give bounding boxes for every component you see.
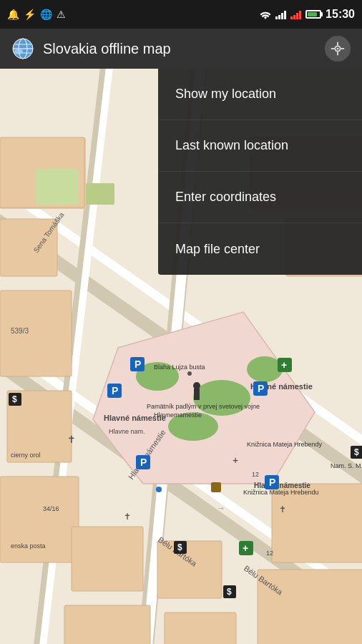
map-file-center-item[interactable]: Map file center [158,223,362,275]
svg-rect-37 [258,570,362,644]
map-area[interactable]: Sena Tomáška 539/3 Hlavné námestie Hlavn… [0,69,362,644]
svg-text:Blaha Lujza busta: Blaha Lujza busta [154,364,205,371]
svg-text:cierny orol: cierny orol [11,452,41,459]
svg-text:$: $ [354,447,359,457]
svg-rect-39 [157,541,222,598]
svg-rect-41 [165,613,236,644]
app-title: Slovakia offline map [43,41,171,57]
battery-icon [305,10,321,19]
svg-text:Hlavnemamestie: Hlavnemamestie [154,411,202,419]
svg-text:Nam. S. M. Do...: Nam. S. M. Do... [331,462,362,469]
clock: 15:30 [326,8,355,21]
svg-point-7 [337,48,339,50]
svg-text:539/3: 539/3 [11,327,29,335]
svg-rect-28 [86,183,114,205]
svg-text:enska posta: enska posta [11,542,46,550]
svg-text:12: 12 [252,471,259,478]
last-known-location-label: Last known location [175,138,288,153]
svg-text:✝: ✝ [279,504,286,514]
enter-coordinates-label: Enter coordinates [175,190,276,205]
svg-text:12: 12 [266,550,273,557]
svg-text:34/16: 34/16 [43,505,59,512]
app-bar: Slovakia offline map [0,29,362,69]
warning-icon: ⚠ [57,9,66,20]
svg-text:+: + [233,454,238,466]
svg-text:Knižnica Mateja Hrebendu: Knižnica Mateja Hrebendu [243,489,319,496]
svg-text:$: $ [227,587,232,597]
svg-text:$: $ [12,394,17,404]
svg-text:Knižnica Mateja Hrebendy: Knižnica Mateja Hrebendy [247,441,323,448]
notification-icon: 🔔 [7,9,19,20]
svg-text:→: → [217,503,225,513]
svg-text:P: P [269,477,275,488]
location-crosshair-icon [330,41,346,57]
map-file-center-label: Map file center [175,242,260,257]
svg-text:+: + [243,542,248,554]
show-my-location-label: Show my location [175,87,276,102]
svg-text:P: P [140,457,147,468]
svg-point-5 [14,49,23,54]
svg-text:$: $ [177,542,182,552]
signal-strength-icon [275,9,286,19]
svg-rect-85 [211,482,221,492]
svg-text:Hlavne nam.: Hlavne nam. [109,428,145,435]
svg-text:+: + [281,359,287,371]
svg-text:✝: ✝ [124,512,131,522]
svg-text:✝: ✝ [67,434,76,445]
svg-point-87 [193,382,200,389]
maps-icon: 🌐 [40,9,52,20]
enter-coordinates-item[interactable]: Enter coordinates [158,172,362,223]
svg-point-31 [193,380,250,416]
usb-icon: ⚡ [24,9,36,20]
my-location-button[interactable] [325,36,351,62]
svg-text:P: P [258,383,264,394]
secondary-signal-icon [290,9,301,19]
svg-rect-27 [36,169,79,205]
svg-rect-40 [64,605,150,644]
svg-text:P: P [112,385,118,396]
svg-text:P: P [134,358,141,370]
show-my-location-item[interactable]: Show my location [158,69,362,120]
status-right: 15:30 [260,8,355,21]
svg-rect-38 [72,527,143,591]
svg-text:Pamätník padlým v prvej svetov: Pamätník padlým v prvej svetovej vojne [147,403,260,410]
svg-point-33 [247,356,283,382]
svg-rect-86 [194,389,200,400]
svg-rect-26 [0,477,79,562]
app-bar-left: Slovakia offline map [11,37,171,60]
context-menu: Show my location Last known location Ent… [158,69,362,275]
status-icons: 🔔 ⚡ 🌐 ⚠ [7,9,66,20]
wifi-icon [260,9,271,19]
status-bar: 🔔 ⚡ 🌐 ⚠ 15:30 [0,0,362,29]
svg-point-92 [156,487,162,492]
svg-point-49 [187,371,192,376]
app-logo-icon [11,37,34,60]
last-known-location-item[interactable]: Last known location [158,120,362,172]
